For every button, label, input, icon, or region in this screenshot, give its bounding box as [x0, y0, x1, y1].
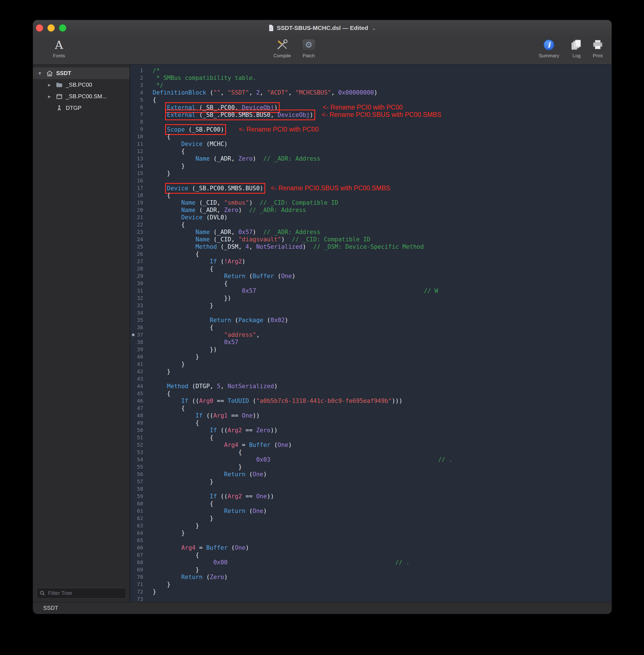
code-text: }	[147, 302, 213, 309]
code-text: Scope (_SB.PC00)<- Rename PCI0 with PC00	[147, 126, 319, 133]
disclosure-right-icon[interactable]: ▸	[46, 93, 53, 100]
log-button[interactable]: Log	[567, 37, 586, 59]
line-number: 61	[130, 507, 147, 515]
rename-highlight-box: External (_SB_.PC00.SMBS.BUS0, DeviceObj…	[167, 112, 313, 118]
filter-tree-field[interactable]	[37, 588, 126, 598]
line-number: 32	[130, 294, 147, 302]
code-text: {	[147, 500, 213, 507]
code-text: 0x03 // .	[147, 456, 452, 463]
code-text	[147, 485, 153, 493]
line-number: 28	[130, 265, 147, 272]
summary-button[interactable]: i Summary	[532, 37, 565, 59]
code-line: 4DefinitionBlock ("", "SSDT", 2, "ACDT",…	[130, 89, 612, 96]
line-number: 35	[130, 316, 147, 324]
code-text: "address",	[147, 331, 260, 339]
minimize-button[interactable]	[47, 24, 55, 31]
code-line: 73	[130, 595, 612, 602]
code-text: External (_SB_.PC00, DeviceObj)<- Rename…	[147, 104, 403, 111]
line-number: 68	[130, 559, 147, 566]
code-text: }	[147, 170, 170, 177]
code-line: 20 Name (_ADR, Zero) // _ADR: Address	[130, 206, 612, 214]
line-number: 56	[130, 471, 147, 478]
sidebar-item-label: DTGP	[66, 105, 82, 111]
code-line: 37 "address",	[130, 331, 612, 339]
code-line: 16	[130, 177, 612, 184]
code-line: 1/*	[130, 67, 612, 74]
code-line: 5{	[130, 96, 612, 104]
line-number: 15	[130, 170, 147, 177]
line-number: 17	[130, 184, 147, 192]
code-text: If ((Arg2 == One))	[147, 493, 274, 500]
patch-button[interactable]: ⚙ Patch	[296, 37, 322, 59]
code-line: 60 {	[130, 500, 612, 507]
compile-button[interactable]: Compile	[269, 37, 296, 59]
code-text: If ((Arg0 == ToUUID ("a0b5b7c6-1318-441c…	[147, 397, 402, 405]
disclosure-right-icon[interactable]: ▸	[46, 82, 53, 88]
code-line: 32 })	[130, 294, 612, 302]
code-text: Device (_SB.PC00.SMBS.BUS0)<- Rename PCI…	[147, 184, 390, 192]
code-text: Return (Buffer (One)	[147, 272, 296, 280]
code-text: {	[147, 192, 170, 199]
line-number: 59	[130, 493, 147, 500]
sidebar-item-ssdt[interactable]: ▾SSDT	[33, 67, 130, 79]
code-text: If ((Arg1 == One))	[147, 412, 260, 419]
filter-tree-input[interactable]	[47, 590, 123, 596]
line-number: 33	[130, 302, 147, 309]
device-icon	[55, 93, 64, 100]
code-text: Device (DVL0)	[147, 214, 228, 221]
code-line: 57 }	[130, 478, 612, 485]
zoom-button[interactable]	[59, 24, 66, 31]
code-text: }	[147, 522, 199, 529]
code-line: 47 {	[130, 405, 612, 412]
code-text: * SMBus compatibility table.	[147, 74, 256, 82]
code-text: {	[147, 133, 170, 140]
code-text: */	[147, 82, 163, 89]
line-number: 19	[130, 199, 147, 206]
fonts-button[interactable]: A Fonts	[45, 37, 72, 59]
code-text: {	[147, 221, 185, 228]
line-number: 45	[130, 390, 147, 397]
sidebar: ▾SSDT▸_SB.PC00▸_SB.PC00.SM...DTGP	[33, 65, 130, 602]
line-number: 6	[130, 104, 147, 111]
code-line: 56 Return (One)	[130, 471, 612, 478]
line-number: 71	[130, 581, 147, 588]
code-text: }	[147, 478, 213, 485]
sidebar-item-dtgp[interactable]: DTGP	[33, 102, 130, 114]
line-number: 66	[130, 544, 147, 551]
code-line: 23 Name (_ADR, 0x57) // _ADR: Address	[130, 228, 612, 236]
code-editor[interactable]: 1/*2 * SMBus compatibility table.3 */4De…	[130, 65, 612, 602]
code-line: 34	[130, 309, 612, 316]
code-line: 52 Arg4 = Buffer (One)	[130, 441, 612, 449]
code-line: 22 {	[130, 221, 612, 228]
sidebar-item-sb-pc00[interactable]: ▸_SB.PC00	[33, 79, 130, 91]
sidebar-item-sb-pc00-sm[interactable]: ▸_SB.PC00.SM...	[33, 91, 130, 102]
close-button[interactable]	[36, 24, 43, 31]
line-number: 73	[130, 595, 147, 602]
code-line: 7 External (_SB_.PC00.SMBS.BUS0, DeviceO…	[130, 111, 612, 118]
code-text: {	[147, 148, 185, 155]
disclosure-down-icon[interactable]: ▾	[37, 70, 43, 76]
code-line: 61 Return (One)	[130, 507, 612, 515]
line-number: 39	[130, 346, 147, 353]
code-line: 35 Return (Package (0x02)	[130, 316, 612, 324]
sidebar-tree: ▾SSDT▸_SB.PC00▸_SB.PC00.SM...DTGP	[33, 65, 130, 585]
line-number: 10	[130, 133, 147, 140]
code-text: {	[147, 265, 213, 272]
printer-icon	[592, 37, 604, 52]
line-number: 1	[130, 67, 147, 74]
code-text: Device (MCHC)	[147, 140, 228, 148]
line-number: 50	[130, 427, 147, 434]
code-line: 44 Method (DTGP, 5, NotSerialized)	[130, 383, 612, 390]
code-text: External (_SB_.PC00.SMBS.BUS0, DeviceObj…	[147, 111, 441, 118]
line-number: 27	[130, 258, 147, 265]
line-number: 14	[130, 162, 147, 170]
code-line: 67 {	[130, 551, 612, 559]
line-number: 64	[130, 529, 147, 537]
code-text: Method (DTGP, 5, NotSerialized)	[147, 383, 278, 390]
print-button[interactable]: Print	[589, 37, 607, 59]
line-number: 40	[130, 353, 147, 361]
code-text: {	[147, 449, 242, 456]
code-text: Return (One)	[147, 507, 267, 515]
code-text: {	[147, 390, 170, 397]
title-dropdown-chevron-icon[interactable]: ⌄	[371, 25, 376, 31]
